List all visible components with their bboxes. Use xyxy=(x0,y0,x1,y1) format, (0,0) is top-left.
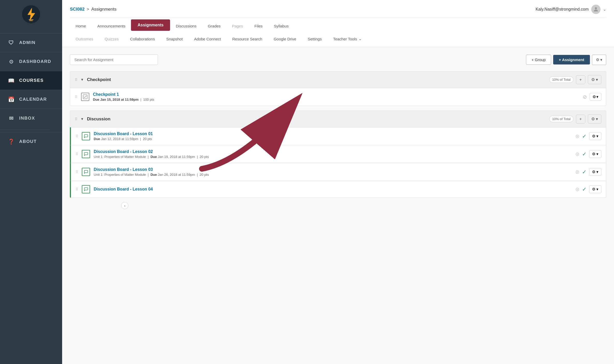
check-icon-4: ✓ xyxy=(582,186,587,192)
sidebar-item-about-label: ABOUT xyxy=(19,139,37,144)
tab-outcomes[interactable]: Outcomes xyxy=(70,34,99,44)
group-discussion-title: Discussion xyxy=(87,117,111,122)
user-email: Kaly.Nasiff@strongmind.com xyxy=(536,7,589,12)
tab-discussions[interactable]: Discussions xyxy=(170,21,202,31)
assignment-name-discussion3[interactable]: Discussion Board - Lesson 03 xyxy=(94,167,153,172)
tab-quizzes[interactable]: Quizzes xyxy=(99,34,124,44)
tab-google-drive[interactable]: Google Drive xyxy=(268,34,302,44)
sidebar-item-inbox-label: INBOX xyxy=(19,116,35,121)
breadcrumb-course-link[interactable]: SCI082 xyxy=(70,7,85,12)
assignment-info-discussion3: Discussion Board - Lesson 03 Unit 1: Pro… xyxy=(94,167,572,177)
sidebar-item-dashboard[interactable]: ⊙ DASHBOARD xyxy=(0,52,62,71)
assignments-toolbar: + Group + Assignment ⚙ ▾ xyxy=(70,54,606,65)
assignment-meta-discussion2: Unit 1: Properties of Matter Module | Du… xyxy=(94,155,572,159)
tab-assignments[interactable]: Assignments xyxy=(131,19,170,31)
checkpoint1-settings-button[interactable]: ⚙ ▾ xyxy=(590,93,601,101)
group-header-left-discussion: ⠿ ▼ Discussion xyxy=(75,117,111,122)
world-icon-3: ⊛ xyxy=(575,169,580,175)
inbox-icon: ✉ xyxy=(8,115,15,122)
calendar-icon: 📅 xyxy=(8,96,15,103)
toolbar-settings-button[interactable]: ⚙ ▾ xyxy=(592,55,606,65)
checkpoint-percent-badge: 10% of Total xyxy=(549,76,573,83)
sidebar-item-admin-label: ADMIN xyxy=(19,40,35,45)
item-drag-handle-d3-icon[interactable]: ⠿ xyxy=(76,170,78,174)
tab-home[interactable]: Home xyxy=(70,21,92,31)
assignment-name-discussion4[interactable]: Discussion Board - Lesson 04 xyxy=(94,187,153,191)
collapse-arrow-discussion-icon[interactable]: ▼ xyxy=(81,117,84,121)
world-icon-4: ⊛ xyxy=(575,186,580,192)
group-checkpoint-title: Checkpoint xyxy=(87,77,111,82)
breadcrumb-current: Assignments xyxy=(91,7,116,12)
assignment-item-discussion1: ⠿ Discussion Board - Lesson 01 Due Jan 1… xyxy=(70,127,606,145)
tab-syllabus[interactable]: Syllabus xyxy=(268,21,294,31)
tab-files[interactable]: Files xyxy=(249,21,268,31)
assignment-item-checkpoint1: ⠿ Checkpoint 1 Due Jan 15, 2018 at 11:59… xyxy=(70,88,606,106)
tab-grades[interactable]: Grades xyxy=(202,21,226,31)
courses-icon: 📖 xyxy=(8,77,15,84)
group-header-right-discussion: 10% of Total + ⚙ ▾ xyxy=(549,114,601,123)
tab-settings[interactable]: Settings xyxy=(302,34,327,44)
item-drag-handle-d2-icon[interactable]: ⠿ xyxy=(76,152,78,156)
discussion2-settings-button[interactable]: ⚙ ▾ xyxy=(589,150,601,158)
assignment-name-checkpoint1[interactable]: Checkpoint 1 xyxy=(93,92,119,97)
assignment-info-discussion4: Discussion Board - Lesson 04 xyxy=(94,187,572,192)
item-drag-handle-d4-icon[interactable]: ⠿ xyxy=(76,187,78,191)
logo xyxy=(22,5,40,25)
sidebar-item-about[interactable]: ❓ ABOUT xyxy=(0,132,62,151)
tab-adobe-connect[interactable]: Adobe Connect xyxy=(188,34,226,44)
dropdown-arrow-icon: ▾ xyxy=(596,94,598,99)
breadcrumb: SCI082 > Assignments xyxy=(70,7,116,12)
user-chevron-icon[interactable]: ⌄ xyxy=(603,7,606,11)
settings-chevron-icon: ▾ xyxy=(600,57,602,62)
assignment-meta-discussion3: Unit 1: Properties of Matter Module | Du… xyxy=(94,173,572,177)
group-header-right-checkpoint: 10% of Total + ⚙ ▾ xyxy=(549,75,601,84)
svg-rect-1 xyxy=(29,19,33,20)
assignment-item-discussion4: ⠿ Discussion Board - Lesson 04 ⊛ ✓ ⚙ ▾ xyxy=(70,181,606,198)
drag-handle-icon[interactable]: ⠿ xyxy=(75,78,77,82)
world-icon-2: ⊛ xyxy=(575,151,580,157)
sidebar-item-calendar[interactable]: 📅 CALENDAR xyxy=(0,90,62,109)
assignment-name-discussion1[interactable]: Discussion Board - Lesson 01 xyxy=(94,132,153,136)
teacher-tools-dropdown[interactable]: Teacher Tools ⌄ xyxy=(327,34,368,44)
checkpoint-settings-button[interactable]: ⚙ ▾ xyxy=(588,75,601,84)
discussion1-settings-button[interactable]: ⚙ ▾ xyxy=(589,132,601,140)
svg-rect-2 xyxy=(30,20,33,21)
topbar-user: Kaly.Nasiff@strongmind.com ⌄ xyxy=(536,5,606,14)
sidebar-collapse-button[interactable]: ‹ xyxy=(121,202,128,209)
item-drag-handle-d1-icon[interactable]: ⠿ xyxy=(76,134,78,138)
tab-announcements[interactable]: Announcements xyxy=(92,21,131,31)
checkpoint-add-button[interactable]: + xyxy=(576,75,585,84)
content-wrapper: + Group + Assignment ⚙ ▾ ⠿ ▼ Checkpoint xyxy=(62,47,614,364)
sidebar-item-courses-label: COURSES xyxy=(19,78,44,83)
assignment-actions-d1: ⊛ ✓ ⚙ ▾ xyxy=(575,132,601,140)
tab-resource-search[interactable]: Resource Search xyxy=(226,34,268,44)
group-header-discussion: ⠿ ▼ Discussion 10% of Total + ⚙ ▾ xyxy=(70,111,606,127)
tab-collaborations[interactable]: Collaborations xyxy=(125,34,161,44)
tab-pages[interactable]: Pages xyxy=(226,21,249,31)
nav-tabs-row1: Home Announcements Assignments Discussio… xyxy=(70,17,606,32)
discussion3-settings-button[interactable]: ⚙ ▾ xyxy=(589,168,601,176)
discussion-type-icon-1 xyxy=(82,132,90,140)
add-group-button[interactable]: + Group xyxy=(526,55,551,65)
sidebar-item-courses[interactable]: 📖 COURSES xyxy=(0,71,62,90)
assignment-actions-d2: ⊛ ✓ ⚙ ▾ xyxy=(575,150,601,158)
item-drag-handle-icon[interactable]: ⠿ xyxy=(75,95,77,99)
assignment-info-checkpoint1: Checkpoint 1 Due Jan 15, 2018 at 11:59pm… xyxy=(93,92,579,101)
group-checkpoint: ⠿ ▼ Checkpoint 10% of Total + ⚙ ▾ ⠿ xyxy=(70,71,606,106)
discussion-add-button[interactable]: + xyxy=(576,115,585,123)
tab-snapshot[interactable]: Snapshot xyxy=(160,34,188,44)
assignment-meta-checkpoint1: Due Jan 15, 2018 at 11:59pm | 100 pts xyxy=(93,98,579,101)
search-input[interactable] xyxy=(70,54,158,65)
discussion-settings-button[interactable]: ⚙ ▾ xyxy=(588,114,601,123)
sidebar-item-calendar-label: CALENDAR xyxy=(19,97,47,102)
sidebar-item-inbox[interactable]: ✉ INBOX xyxy=(0,109,62,128)
sidebar-nav: 🛡 ADMIN ⊙ DASHBOARD 📖 COURSES 📅 CALENDAR… xyxy=(0,33,62,151)
discussion4-settings-button[interactable]: ⚙ ▾ xyxy=(589,185,601,193)
collapse-arrow-icon[interactable]: ▼ xyxy=(81,78,84,82)
sidebar-item-admin[interactable]: 🛡 ADMIN xyxy=(0,33,62,52)
drag-handle-discussion-icon[interactable]: ⠿ xyxy=(75,117,77,121)
group-discussion: ⠿ ▼ Discussion 10% of Total + ⚙ ▾ ⠿ xyxy=(70,111,606,198)
add-assignment-button[interactable]: + Assignment xyxy=(553,55,590,64)
svg-marker-0 xyxy=(28,8,35,20)
assignment-name-discussion2[interactable]: Discussion Board - Lesson 02 xyxy=(94,149,153,154)
